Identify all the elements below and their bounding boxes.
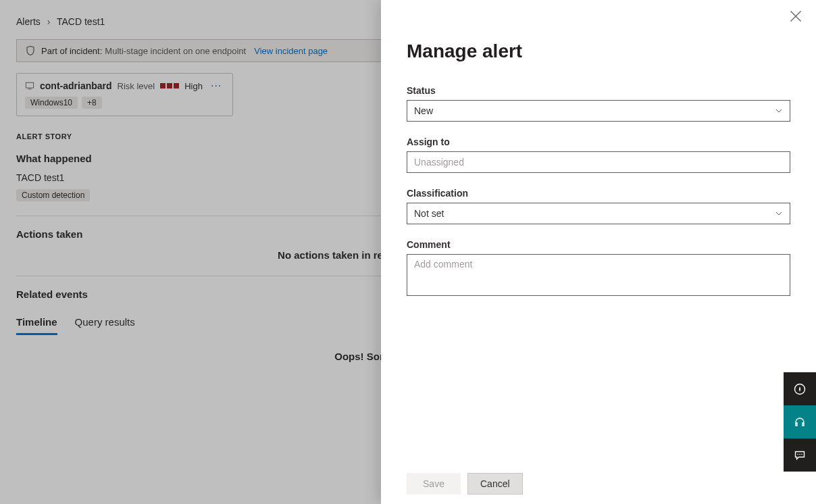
comment-textarea[interactable] [407, 254, 790, 296]
close-icon [789, 9, 802, 23]
device-name: cont-adrianbard [40, 80, 112, 91]
shield-icon [25, 45, 36, 56]
tab-query-results[interactable]: Query results [75, 312, 135, 335]
incident-desc: Multi-stage incident on one endpoint [105, 46, 246, 56]
assign-to-label: Assign to [407, 136, 790, 147]
comment-label: Comment [407, 239, 790, 250]
manage-alert-panel: Manage alert Status New Assign to Unassi… [381, 0, 816, 504]
cancel-button[interactable]: Cancel [467, 473, 523, 495]
risk-level-indicator [160, 83, 179, 89]
classification-select[interactable]: Not set [407, 203, 790, 224]
dock-chat-button[interactable] [784, 438, 816, 472]
device-tag-more[interactable]: +8 [82, 97, 102, 109]
svg-point-2 [797, 453, 798, 455]
panel-footer: Save Cancel [381, 466, 816, 504]
risk-level-text: High [184, 81, 203, 91]
device-tag[interactable]: Windows10 [25, 97, 78, 109]
status-select[interactable]: New [407, 100, 790, 122]
incident-label: Part of incident: [41, 46, 102, 56]
headset-icon [794, 416, 806, 428]
risk-level-label: Risk level [118, 81, 155, 91]
more-actions-icon[interactable]: ··· [208, 83, 224, 89]
view-incident-link[interactable]: View incident page [254, 46, 328, 56]
svg-rect-0 [26, 82, 33, 88]
device-card[interactable]: cont-adrianbard Risk level High ··· Wind… [16, 73, 233, 116]
assign-to-input[interactable]: Unassigned [407, 151, 790, 173]
svg-point-3 [799, 453, 800, 455]
dock-compass-button[interactable] [784, 372, 816, 405]
panel-title: Manage alert [407, 41, 790, 62]
detection-badge: Custom detection [16, 189, 90, 201]
help-dock [784, 372, 816, 472]
save-button[interactable]: Save [407, 473, 461, 495]
assign-placeholder: Unassigned [414, 157, 464, 168]
status-label: Status [407, 85, 790, 96]
close-button[interactable] [789, 9, 802, 23]
computer-icon [25, 81, 34, 91]
chevron-down-icon [775, 107, 783, 115]
classification-label: Classification [407, 188, 790, 199]
chevron-down-icon [775, 209, 783, 218]
breadcrumb-root[interactable]: Alerts [16, 16, 41, 27]
status-value: New [414, 105, 433, 116]
dock-headset-button[interactable] [784, 405, 816, 438]
chat-icon [794, 449, 806, 461]
breadcrumb-leaf: TACD test1 [57, 16, 105, 27]
breadcrumb-separator: › [47, 16, 51, 27]
svg-point-4 [801, 453, 802, 455]
compass-icon [794, 383, 806, 395]
tab-timeline[interactable]: Timeline [16, 312, 57, 335]
classification-value: Not set [414, 208, 444, 219]
